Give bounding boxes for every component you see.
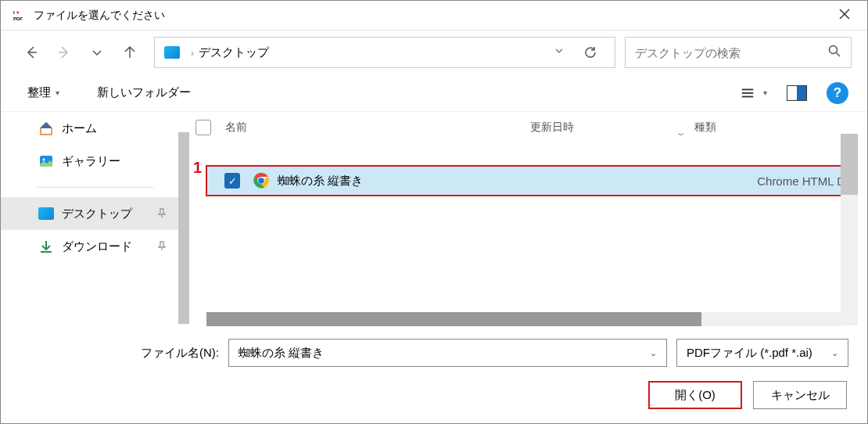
pin-icon <box>156 207 167 221</box>
file-checkbox[interactable]: ✓ <box>224 173 240 189</box>
svg-text:PDF: PDF <box>13 16 23 21</box>
sort-indicator-icon: ⌄ <box>675 128 686 137</box>
search-input[interactable] <box>635 46 827 59</box>
sidebar-item-home[interactable]: ホーム <box>1 112 178 145</box>
column-header-name[interactable]: 名前 <box>225 120 530 135</box>
chevron-down-icon[interactable] <box>554 45 565 59</box>
recent-locations-button[interactable] <box>82 38 112 67</box>
desktop-icon <box>38 205 56 222</box>
search-icon[interactable] <box>827 44 841 61</box>
chevron-down-icon[interactable]: ▾ <box>763 88 767 97</box>
help-button[interactable]: ? <box>827 82 848 104</box>
breadcrumb-current: デスクトップ <box>199 45 554 60</box>
toolbar: 整理 ▾ 新しいフォルダー ▾ ? <box>1 74 867 112</box>
chevron-down-icon: ▾ <box>56 88 59 97</box>
search-box[interactable] <box>625 37 852 68</box>
svg-text:♥: ♥ <box>16 10 20 15</box>
desktop-icon <box>164 45 186 60</box>
gallery-icon <box>38 153 56 170</box>
chrome-icon <box>253 172 270 189</box>
back-button[interactable] <box>16 38 46 67</box>
sidebar-item-label: ホーム <box>62 121 97 136</box>
refresh-button[interactable] <box>576 38 605 67</box>
organize-button[interactable]: 整理 ▾ <box>20 81 67 105</box>
bottom-bar: ファイル名(N): 蜘蛛の糸 縦書き ⌄ PDFファイル (*.pdf *.ai… <box>1 325 867 423</box>
open-button[interactable]: 開く(O) <box>648 381 742 409</box>
breadcrumb-separator-icon: › <box>191 47 194 59</box>
view-mode-button[interactable] <box>732 77 763 109</box>
up-button[interactable] <box>115 38 145 67</box>
preview-pane-button[interactable] <box>781 77 812 109</box>
list-header: 名前 更新日時 ⌄ 種類 <box>178 112 867 143</box>
pin-icon <box>156 240 167 253</box>
filetype-select[interactable]: PDFファイル (*.pdf *.ai) ⌄ <box>676 339 848 367</box>
filename-label: ファイル名(N): <box>141 346 219 361</box>
pdf-app-icon: I♥PDF <box>13 9 27 23</box>
file-type: Chrome HTML D <box>757 174 845 188</box>
svg-line-8 <box>837 53 841 57</box>
filename-input[interactable]: 蜘蛛の糸 縦書き ⌄ <box>228 339 667 367</box>
forward-button[interactable] <box>49 38 79 67</box>
home-icon <box>38 120 56 137</box>
sidebar-divider <box>37 187 153 188</box>
new-folder-button[interactable]: 新しいフォルダー <box>89 81 199 105</box>
file-name: 蜘蛛の糸 縦書き <box>278 174 573 189</box>
window-title: ファイルを選んでください <box>34 9 828 23</box>
sidebar-item-label: ダウンロード <box>62 239 132 254</box>
titlebar: I♥PDF ファイルを選んでください <box>1 1 867 31</box>
chevron-down-icon[interactable]: ⌄ <box>831 348 838 358</box>
navbar: › デスクトップ <box>1 31 867 74</box>
svg-point-7 <box>830 46 838 54</box>
chevron-down-icon[interactable]: ⌄ <box>650 348 657 358</box>
close-button[interactable] <box>828 4 861 27</box>
file-row[interactable]: ✓ 蜘蛛の糸 縦書き Chrome HTML D <box>207 167 856 195</box>
sidebar-item-downloads[interactable]: ダウンロード <box>1 230 178 263</box>
sidebar-item-label: ギャラリー <box>62 154 120 169</box>
main-area: ホーム ギャラリー デスクトップ ダウンロード <box>1 112 867 311</box>
vertical-scrollbar-left[interactable] <box>178 132 189 324</box>
select-all-checkbox[interactable] <box>195 120 211 135</box>
address-bar[interactable]: › デスクトップ <box>154 37 615 68</box>
sidebar-item-label: デスクトップ <box>62 207 132 221</box>
column-header-type[interactable]: 種類 <box>694 120 716 135</box>
download-icon <box>38 238 56 255</box>
cancel-button[interactable]: キャンセル <box>753 381 847 409</box>
annotation-1: 1 <box>193 159 202 177</box>
sidebar: ホーム ギャラリー デスクトップ ダウンロード <box>1 112 178 311</box>
vertical-scrollbar[interactable] <box>841 134 858 325</box>
sidebar-item-desktop[interactable]: デスクトップ <box>1 197 178 230</box>
sidebar-item-gallery[interactable]: ギャラリー <box>1 145 178 178</box>
svg-point-13 <box>43 159 45 161</box>
file-row-highlight: ✓ 蜘蛛の糸 縦書き Chrome HTML D <box>206 165 858 196</box>
svg-text:I: I <box>13 10 15 15</box>
file-list: 名前 更新日時 ⌄ 種類 <box>178 112 867 311</box>
column-header-date[interactable]: 更新日時 ⌄ <box>530 120 679 135</box>
